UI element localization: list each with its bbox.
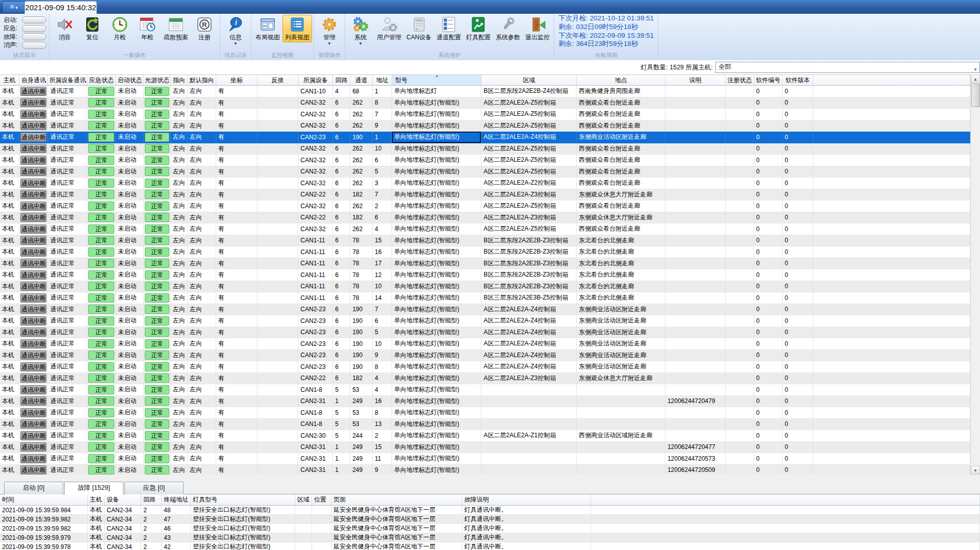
lamp-row[interactable]: 本机通讯中断通讯正常正常未启动正常左向左向有CAN1-1167816单向地埋标志… <box>0 246 970 258</box>
tab-启动[0][interactable]: 启动 [0] <box>4 482 63 494</box>
cell: 6 <box>333 189 350 201</box>
lamp-row[interactable]: 本机通讯中断通讯正常正常未启动正常左向左向有CAN2-31124916单向地埋标… <box>0 395 970 407</box>
col-header-所属设备通讯[interactable]: 所属设备通讯 <box>48 75 87 86</box>
system-params-button[interactable]: 系统参数 <box>493 15 523 42</box>
fault-col-header-设备[interactable]: 设备 <box>105 494 141 506</box>
info-button[interactable]: i信息▼ <box>222 15 249 46</box>
channel-config-button[interactable]: 通道配置 <box>434 15 463 42</box>
fault-row[interactable]: 2021-09-09 15:39:59.979本机CAN2-34243壁挂安全出… <box>0 533 980 542</box>
col-header-应急状态[interactable]: 应急状态 <box>87 75 116 86</box>
fault-col-header-故障说明[interactable]: 故障说明 <box>462 494 590 506</box>
fault-col-header-灯具型号[interactable]: 灯具型号 <box>191 494 295 506</box>
fault-col-header-位置[interactable]: 位置 <box>312 494 331 506</box>
exit-monitor-button[interactable]: 退出监控 <box>523 15 552 42</box>
lamp-row[interactable]: 本机通讯中断通讯正常正常未启动正常左向左向有CAN1-85534单向地埋标志灯(… <box>0 384 970 396</box>
col-header-反接[interactable]: 反接 <box>257 75 298 86</box>
annual-check-button[interactable]: 年检 <box>134 15 161 42</box>
lamp-row[interactable]: 本机通讯中断通讯正常正常未启动正常左向左向有CAN2-3262626单向地埋标志… <box>0 155 970 166</box>
scrollbar-thumb[interactable] <box>971 84 980 107</box>
lamp-row[interactable]: 本机通讯中断通讯正常正常未启动正常左向左向有CAN2-2361906单向地埋标志… <box>0 315 970 327</box>
fault-row[interactable]: 2021-09-09 15:39:59.984本机CAN2-34248壁挂安全出… <box>0 506 980 515</box>
lamp-row[interactable]: 本机通讯中断通讯正常正常未启动正常左向左向有CAN1-1167815单向地埋标志… <box>0 235 970 246</box>
lamp-row[interactable]: 本机通讯中断通讯正常正常未启动正常左向左向有CAN2-2361908单向地埋标志… <box>0 361 970 373</box>
col-header-坐标[interactable]: 坐标 <box>216 75 257 86</box>
fault-row[interactable]: 2021-09-09 15:39:59.982本机CAN2-34247壁挂安全出… <box>0 515 980 524</box>
col-header-默认指向[interactable]: 默认指向 <box>188 75 216 86</box>
col-header-所属设备[interactable]: 所属设备 <box>298 75 333 86</box>
vertical-scrollbar[interactable]: ▲ ▼ <box>970 74 980 474</box>
lamp-row[interactable]: 本机通讯中断通讯正常正常未启动正常左向左向有CAN2-32626210单向地埋标… <box>0 143 970 155</box>
lamp-row[interactable]: 本机通讯中断通讯正常正常未启动正常左向左向有CAN2-31124915单向地埋标… <box>0 441 970 453</box>
col-header-软件编号[interactable]: 软件编号 <box>754 75 782 86</box>
lamp-row[interactable]: 本机通讯中断通讯正常正常未启动正常左向左向有CAN2-2361907单向地埋标志… <box>0 304 970 315</box>
lamp-row[interactable]: 本机通讯中断通讯正常正常未启动正常左向左向有CAN2-3052442单向地埋标志… <box>0 430 970 442</box>
lamp-row[interactable]: 本机通讯中断通讯正常正常未启动正常左向左向有CAN2-2361909单向地埋标志… <box>0 349 970 361</box>
evacuation-plan-button[interactable]: 疏散预案 <box>161 15 191 42</box>
lamp-row[interactable]: 本机通讯中断通讯正常正常未启动正常左向左向有CAN2-3262623单向地埋标志… <box>0 178 970 189</box>
col-header-型号[interactable]: 型号▲ <box>392 75 481 86</box>
col-header-区域[interactable]: 区域 <box>481 75 577 86</box>
lamp-config-button[interactable]: 灯具配置 <box>463 15 493 42</box>
app-menu-button[interactable]: ≡▾ <box>2 1 25 13</box>
fault-col-header-时间[interactable]: 时间 <box>0 494 88 506</box>
lamp-row[interactable]: 本机通讯中断通讯正常正常未启动正常左向左向有CAN2-2261827单向地埋标志… <box>0 189 970 201</box>
lamp-row[interactable]: 本机通讯中断通讯正常正常未启动正常左向左向有CAN2-2261824单向地埋标志… <box>0 372 970 384</box>
lamp-row[interactable]: 本机通讯中断通讯正常正常未启动正常左向左向有CAN2-2361901单向地埋标志… <box>0 132 970 143</box>
fault-col-header-主机[interactable]: 主机 <box>88 494 105 506</box>
lamp-row[interactable]: 本机通讯中断通讯正常正常未启动正常左向左向有CAN2-31124911单向地埋标… <box>0 453 970 465</box>
lamp-row[interactable]: 本机通讯中断通讯正常正常未启动正常左向左向有CAN2-3262625单向地埋标志… <box>0 166 970 178</box>
lamp-row[interactable]: 本机通讯中断通讯正常正常未启动正常左向左向有CAN2-3262628单向地埋标志… <box>0 97 970 109</box>
layout-view-button[interactable]: 布局视图 <box>253 15 282 42</box>
lamp-row[interactable]: 本机通讯中断通讯正常正常未启动正常左向左向有CAN1-104681单向地埋标志灯… <box>0 86 970 97</box>
tab-应急[0][interactable]: 应急 [0] <box>124 482 184 494</box>
reset-button[interactable]: 复位 <box>79 15 106 42</box>
register-button[interactable]: R注册 <box>191 15 218 42</box>
col-header-软件版本[interactable]: 软件版本 <box>782 75 813 86</box>
monthly-check-button[interactable]: 月检 <box>106 15 134 42</box>
scroll-up-icon[interactable]: ▲ <box>971 74 980 83</box>
fault-col-header-区域[interactable]: 区域 <box>295 494 312 506</box>
list-view-button[interactable]: 列表视图 <box>282 15 312 42</box>
system-button[interactable]: 系统▼ <box>347 15 374 46</box>
col-header-回路[interactable]: 回路 <box>333 75 350 86</box>
col-header-说明[interactable]: 说明 <box>665 75 726 86</box>
user-manage-button[interactable]: 用户管理 <box>374 15 404 42</box>
host-filter-select[interactable]: 全部 ▼ <box>715 62 980 73</box>
fault-row[interactable]: 2021-09-09 15:39:59.978本机CAN2-34242壁挂安全出… <box>0 542 980 550</box>
mute-button[interactable]: 消音 <box>51 15 79 42</box>
fault-col-header-页面[interactable]: 页面 <box>331 494 462 506</box>
lamp-row[interactable]: 本机通讯中断通讯正常正常未启动正常左向左向有CAN1-1167812单向地埋标志… <box>0 269 970 281</box>
lamp-row[interactable]: 本机通讯中断通讯正常正常未启动正常左向左向有CAN2-3112499单向地埋标志… <box>0 464 970 475</box>
tab-故障[1529][interactable]: 故障 [1529] <box>64 482 123 495</box>
col-header-地点[interactable]: 地点 <box>577 75 665 86</box>
lamp-row[interactable]: 本机通讯中断通讯正常正常未启动正常左向左向有CAN1-85538单向地埋标志灯(… <box>0 407 970 419</box>
col-header-启动状态[interactable]: 启动状态 <box>116 75 144 86</box>
lamp-row[interactable]: 本机通讯中断通讯正常正常未启动正常左向左向有CAN1-1167810单向地埋标志… <box>0 281 970 292</box>
col-header-光源状态[interactable]: 光源状态 <box>144 75 171 86</box>
cell-status: 正常 <box>144 327 171 338</box>
cell: 17 <box>372 258 392 269</box>
lamp-row[interactable]: 本机通讯中断通讯正常正常未启动正常左向左向有CAN1-855313单向地埋标志灯… <box>0 418 970 430</box>
lamp-row[interactable]: 本机通讯中断通讯正常正常未启动正常左向左向有CAN1-1167814单向地埋标志… <box>0 292 970 304</box>
fault-row[interactable]: 2021-09-09 15:39:59.982本机CAN2-34246壁挂安全出… <box>0 524 980 533</box>
col-header-主机[interactable]: 主机 <box>0 75 19 86</box>
scroll-down-icon[interactable]: ▼ <box>971 466 980 474</box>
lamp-row[interactable]: 本机通讯中断通讯正常正常未启动正常左向左向有CAN2-3262624单向地埋标志… <box>0 223 970 235</box>
manage-button[interactable]: 管理▼ <box>316 15 343 46</box>
lamp-row[interactable]: 本机通讯中断通讯正常正常未启动正常左向左向有CAN2-2261826单向地埋标志… <box>0 212 970 223</box>
lamp-row[interactable]: 本机通讯中断通讯正常正常未启动正常左向左向有CAN2-2361905单向地埋标志… <box>0 327 970 338</box>
col-header-通道[interactable]: 通道 <box>350 75 373 86</box>
fault-col-header-终端地址[interactable]: 终端地址 <box>162 494 191 506</box>
lamp-row[interactable]: 本机通讯中断通讯正常正常未启动正常左向左向有CAN2-3262629单向地埋标志… <box>0 120 970 132</box>
cell: 78 <box>350 246 373 258</box>
col-header-地址[interactable]: 地址 <box>372 75 392 86</box>
lamp-row[interactable]: 本机通讯中断通讯正常正常未启动正常左向左向有CAN2-3262622单向地埋标志… <box>0 201 970 212</box>
lamp-row[interactable]: 本机通讯中断通讯正常正常未启动正常左向左向有CAN2-23619010单向地埋标… <box>0 338 970 350</box>
col-header-指向[interactable]: 指向 <box>171 75 188 86</box>
col-header-自身通讯[interactable]: 自身通讯 <box>19 75 48 86</box>
lamp-row[interactable]: 本机通讯中断通讯正常正常未启动正常左向左向有CAN2-3262627单向地埋标志… <box>0 109 970 120</box>
fault-col-header-回路[interactable]: 回路 <box>141 494 162 506</box>
can-device-button[interactable]: CAN设备 <box>404 15 434 42</box>
col-header-注册状态[interactable]: 注册状态 <box>725 75 754 86</box>
lamp-row[interactable]: 本机通讯中断通讯正常正常未启动正常左向左向有CAN1-1167817单向地埋标志… <box>0 258 970 269</box>
